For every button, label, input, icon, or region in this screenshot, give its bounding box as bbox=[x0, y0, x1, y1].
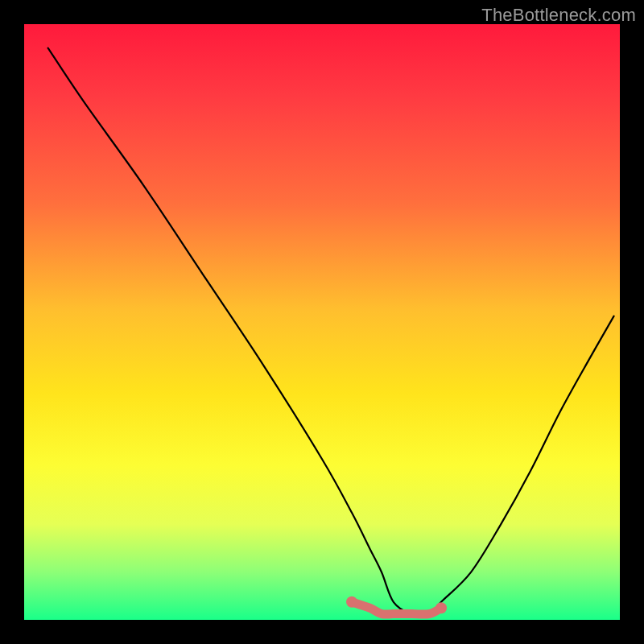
plot-gradient-bg bbox=[24, 24, 620, 620]
chart-svg bbox=[0, 0, 644, 644]
optimal-range-endpoint bbox=[346, 597, 357, 608]
chart-container: TheBottleneck.com bbox=[0, 0, 644, 644]
optimal-range-endpoint bbox=[436, 602, 447, 613]
